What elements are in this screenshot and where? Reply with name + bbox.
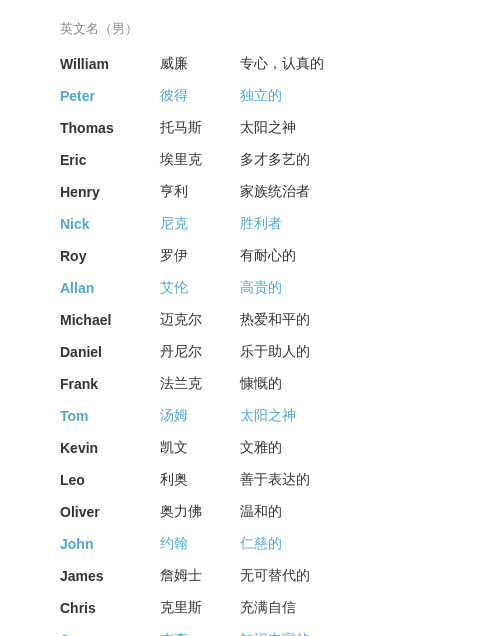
name-zh: 詹姆士 <box>160 560 240 592</box>
name-en: Henry <box>60 176 160 208</box>
table-row: Peter彼得独立的 <box>60 80 440 112</box>
name-zh: 凯文 <box>160 432 240 464</box>
table-row: William威廉专心，认真的 <box>60 48 440 80</box>
table-row: Daniel丹尼尔乐于助人的 <box>60 336 440 368</box>
name-zh: 杰森 <box>160 624 240 636</box>
name-meaning: 太阳之神 <box>240 112 440 144</box>
name-en: Kevin <box>60 432 160 464</box>
name-en: Chris <box>60 592 160 624</box>
name-meaning: 仁慈的 <box>240 528 440 560</box>
name-zh: 亨利 <box>160 176 240 208</box>
table-row: Oliver奥力佛温和的 <box>60 496 440 528</box>
name-zh: 奥力佛 <box>160 496 240 528</box>
name-en: Jason <box>60 624 160 636</box>
name-en: Oliver <box>60 496 160 528</box>
table-row: Roy罗伊有耐心的 <box>60 240 440 272</box>
name-meaning: 太阳之神 <box>240 400 440 432</box>
name-meaning: 知识丰富的 <box>240 624 440 636</box>
names-table: William威廉专心，认真的Peter彼得独立的Thomas托马斯太阳之神Er… <box>60 48 440 636</box>
table-row: Thomas托马斯太阳之神 <box>60 112 440 144</box>
table-row: Allan艾伦高贵的 <box>60 272 440 304</box>
name-zh: 威廉 <box>160 48 240 80</box>
name-zh: 艾伦 <box>160 272 240 304</box>
name-meaning: 独立的 <box>240 80 440 112</box>
name-en: Daniel <box>60 336 160 368</box>
name-zh: 托马斯 <box>160 112 240 144</box>
section-title: 英文名（男） <box>60 20 440 38</box>
table-row: James詹姆士无可替代的 <box>60 560 440 592</box>
name-meaning: 无可替代的 <box>240 560 440 592</box>
name-en: Roy <box>60 240 160 272</box>
name-en: Peter <box>60 80 160 112</box>
page-container: 英文名（男） William威廉专心，认真的Peter彼得独立的Thomas托马… <box>0 0 500 636</box>
table-row: Michael迈克尔热爱和平的 <box>60 304 440 336</box>
name-meaning: 慷慨的 <box>240 368 440 400</box>
name-zh: 克里斯 <box>160 592 240 624</box>
table-row: John约翰仁慈的 <box>60 528 440 560</box>
name-en: Thomas <box>60 112 160 144</box>
name-meaning: 文雅的 <box>240 432 440 464</box>
name-meaning: 专心，认真的 <box>240 48 440 80</box>
name-zh: 约翰 <box>160 528 240 560</box>
name-en: John <box>60 528 160 560</box>
table-row: Nick尼克胜利者 <box>60 208 440 240</box>
name-en: Eric <box>60 144 160 176</box>
name-zh: 罗伊 <box>160 240 240 272</box>
name-en: James <box>60 560 160 592</box>
name-meaning: 温和的 <box>240 496 440 528</box>
name-meaning: 充满自信 <box>240 592 440 624</box>
name-en: Allan <box>60 272 160 304</box>
name-zh: 法兰克 <box>160 368 240 400</box>
name-zh: 埃里克 <box>160 144 240 176</box>
name-meaning: 多才多艺的 <box>240 144 440 176</box>
name-en: Tom <box>60 400 160 432</box>
name-zh: 汤姆 <box>160 400 240 432</box>
table-row: Tom汤姆太阳之神 <box>60 400 440 432</box>
name-meaning: 高贵的 <box>240 272 440 304</box>
table-row: Kevin凯文文雅的 <box>60 432 440 464</box>
name-en: Michael <box>60 304 160 336</box>
table-row: Jason杰森知识丰富的 <box>60 624 440 636</box>
name-zh: 迈克尔 <box>160 304 240 336</box>
name-en: Leo <box>60 464 160 496</box>
table-row: Chris克里斯充满自信 <box>60 592 440 624</box>
name-en: Frank <box>60 368 160 400</box>
name-zh: 丹尼尔 <box>160 336 240 368</box>
table-row: Leo利奥善于表达的 <box>60 464 440 496</box>
name-zh: 利奥 <box>160 464 240 496</box>
name-meaning: 胜利者 <box>240 208 440 240</box>
name-zh: 彼得 <box>160 80 240 112</box>
table-row: Henry亨利家族统治者 <box>60 176 440 208</box>
name-en: Nick <box>60 208 160 240</box>
table-row: Frank法兰克慷慨的 <box>60 368 440 400</box>
name-meaning: 有耐心的 <box>240 240 440 272</box>
name-meaning: 乐于助人的 <box>240 336 440 368</box>
table-row: Eric埃里克多才多艺的 <box>60 144 440 176</box>
name-en: William <box>60 48 160 80</box>
name-meaning: 善于表达的 <box>240 464 440 496</box>
name-zh: 尼克 <box>160 208 240 240</box>
name-meaning: 家族统治者 <box>240 176 440 208</box>
name-meaning: 热爱和平的 <box>240 304 440 336</box>
